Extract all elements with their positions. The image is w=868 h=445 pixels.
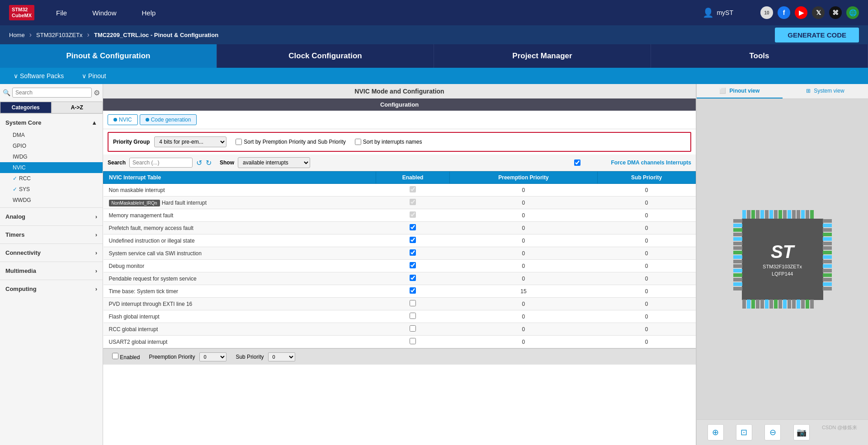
bottom-enabled-checkbox[interactable] (112, 353, 118, 359)
search-go-icon[interactable]: ↻ (206, 159, 212, 167)
menu-window[interactable]: Window (89, 7, 120, 19)
sidebar-group-analog[interactable]: Analog › (0, 210, 103, 224)
preemption-cell: 0 (449, 247, 597, 260)
sidebar-item-wwdg[interactable]: WWDG (0, 195, 103, 206)
sidebar-item-sys[interactable]: ✓ SYS (0, 184, 103, 195)
enabled-checkbox[interactable] (410, 287, 416, 294)
tab-tools[interactable]: Tools (651, 44, 868, 68)
pin-top-5 (760, 210, 764, 219)
pin-right-15 (823, 282, 832, 286)
sidebar-search-input[interactable] (12, 88, 92, 98)
settings-icon[interactable]: ⚙ (94, 89, 100, 97)
generate-code-button[interactable]: GENERATE CODE (775, 28, 859, 42)
enabled-checkbox[interactable] (410, 262, 416, 268)
tab-clock[interactable]: Clock Configuration (217, 44, 434, 68)
search-input[interactable] (129, 158, 193, 168)
enabled-cell[interactable] (376, 272, 449, 285)
table-row: Time base: System tick timer150 (104, 285, 696, 298)
sort-premption-checkbox[interactable] (236, 139, 242, 145)
rp-tab-pinout[interactable]: ⬜ Pinout view (697, 84, 783, 98)
sidebar-item-gpio[interactable]: GPIO (0, 141, 103, 151)
enabled-checkbox[interactable] (410, 325, 416, 332)
globe-icon[interactable]: 🌐 (846, 6, 859, 19)
sidebar-item-nvic[interactable]: NVIC (0, 162, 103, 173)
sidebar-tab-atoz[interactable]: A->Z (52, 102, 103, 113)
enabled-cell[interactable] (376, 209, 449, 222)
tab-project[interactable]: Project Manager (434, 44, 651, 68)
arrow-right-icon-timers: › (95, 231, 97, 238)
enabled-cell[interactable] (376, 234, 449, 247)
sidebar-item-iwdg[interactable]: IWDG (0, 151, 103, 162)
rp-tab-system[interactable]: ⊞ System view (783, 84, 868, 98)
sidebar: 🔍 ⚙ Categories A->Z System Core ▲ DMA GP… (0, 84, 103, 445)
force-dma-checkbox[interactable] (546, 159, 609, 166)
github-icon[interactable]: ⌘ (829, 6, 842, 19)
sort-names-checkbox-label[interactable]: Sort by interrupts names (355, 139, 422, 145)
priority-group-select[interactable]: 4 bits for pre-em... (154, 136, 226, 147)
sidebar-item-rcc[interactable]: ✓ RCC (0, 173, 103, 184)
sidebar-item-dma[interactable]: DMA (0, 130, 103, 141)
sidebar-group-computing[interactable]: Computing › (0, 282, 103, 296)
show-select[interactable]: available interrupts all interrupts (238, 157, 310, 168)
youtube-icon[interactable]: ▶ (795, 6, 807, 19)
enabled-cell[interactable] (376, 184, 449, 197)
enabled-cell[interactable] (376, 285, 449, 298)
twitter-icon[interactable]: 𝕏 (812, 6, 825, 19)
bottom-sub-select[interactable]: 0 (268, 352, 295, 361)
bc-project[interactable]: TMC2209_CTRL.ioc - Pinout & Configuratio… (94, 32, 223, 38)
enabled-cell[interactable] (376, 260, 449, 272)
sort-names-checkbox[interactable] (355, 139, 361, 145)
right-panel: ⬜ Pinout view ⊞ System view (696, 84, 868, 445)
enabled-cell[interactable] (376, 247, 449, 260)
enabled-cell[interactable] (376, 310, 449, 323)
bottom-preemption-select[interactable]: 0 (199, 352, 226, 361)
menu-help[interactable]: Help (138, 7, 160, 19)
tab-pinout[interactable]: Pinout & Configuration (0, 44, 217, 68)
badge-icon[interactable]: 10 (760, 6, 773, 19)
enabled-cell[interactable] (376, 222, 449, 234)
enabled-cell[interactable] (376, 197, 449, 209)
enabled-checkbox[interactable] (410, 224, 416, 230)
force-dma-label[interactable]: Force DMA channels Interrupts (546, 159, 691, 166)
enabled-checkbox[interactable] (410, 338, 416, 344)
zoom-in-button[interactable]: ⊕ (708, 424, 724, 440)
sidebar-group-timers[interactable]: Timers › (0, 228, 103, 242)
subtab-pinout[interactable]: ∨ Pinout (77, 70, 111, 81)
bc-home[interactable]: Home (9, 32, 29, 38)
enabled-checkbox[interactable] (410, 249, 416, 256)
zoom-out-button[interactable]: ⊖ (764, 424, 781, 440)
facebook-icon[interactable]: f (778, 6, 790, 19)
enabled-checkbox[interactable] (410, 199, 416, 205)
nvic-tab-nvic[interactable]: NVIC (108, 114, 138, 125)
interrupt-name-cell: Prefetch fault, memory access fault (104, 222, 376, 234)
sort-premption-checkbox-label[interactable]: Sort by Premption Priority and Sub Prior… (236, 139, 345, 145)
table-row: Prefetch fault, memory access fault00 (104, 222, 696, 234)
enabled-checkbox[interactable] (410, 275, 416, 281)
sidebar-group-systemcore[interactable]: System Core ▲ (0, 116, 103, 130)
sidebar-group-multimedia[interactable]: Multimedia › (0, 264, 103, 278)
enabled-checkbox[interactable] (410, 237, 416, 243)
menu-file[interactable]: File (52, 7, 71, 19)
sidebar-group-connectivity[interactable]: Connectivity › (0, 246, 103, 260)
bc-chip[interactable]: STM32F103ZETx (36, 32, 87, 38)
subtab-software-packs[interactable]: ∨ Software Packs (9, 70, 68, 81)
pin-row-bottom (742, 299, 823, 309)
search-reset-icon[interactable]: ↺ (196, 159, 202, 167)
enabled-checkbox[interactable] (410, 186, 416, 192)
sidebar-tab-categories[interactable]: Categories (0, 102, 52, 113)
screenshot-button[interactable]: 📷 (793, 424, 810, 440)
chip-name: STM32F103ZETx (763, 264, 802, 269)
enabled-cell[interactable] (376, 336, 449, 348)
enabled-cell[interactable] (376, 323, 449, 336)
enabled-checkbox[interactable] (410, 313, 416, 319)
pin-left-11 (733, 264, 742, 268)
fit-button[interactable]: ⊡ (736, 424, 752, 440)
enabled-checkbox[interactable] (410, 211, 416, 218)
enabled-checkbox[interactable] (410, 300, 416, 306)
pin-top-10 (783, 210, 787, 219)
table-row: USART2 global interrupt00 (104, 336, 696, 348)
enabled-cell[interactable] (376, 298, 449, 310)
menubar: STM32 CubeMX File Window Help 👤 myST 10 … (0, 0, 868, 25)
interrupt-name-cell: Undefined instruction or illegal state (104, 234, 376, 247)
nvic-tab-codegen[interactable]: Code generation (140, 114, 197, 125)
